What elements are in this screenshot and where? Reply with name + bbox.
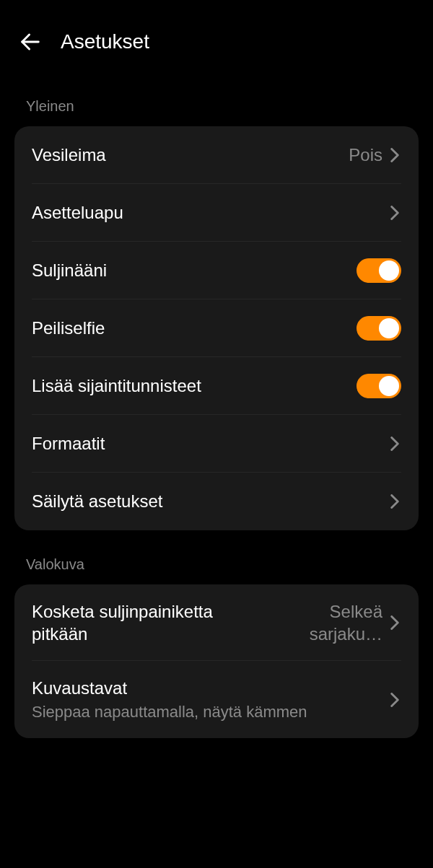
row-formats[interactable]: Formaatit — [14, 415, 419, 473]
section-label-general: Yleinen — [0, 72, 433, 126]
toggle-location-tags[interactable] — [357, 374, 401, 398]
row-shutter-sound: Suljinääni — [14, 242, 419, 299]
row-title-mirror-selfie: Peiliselfie — [32, 317, 357, 339]
section-label-photo: Valokuva — [0, 530, 433, 584]
row-title-retain-settings: Säilytä asetukset — [32, 490, 388, 512]
row-long-press-shutter[interactable]: Kosketa suljinpainiketta pitkään Selkeä … — [14, 584, 419, 661]
toggle-mirror-selfie[interactable] — [357, 316, 401, 341]
back-button[interactable] — [17, 29, 43, 55]
row-title-long-press-shutter: Kosketa suljinpainiketta pitkään — [32, 600, 253, 645]
row-retain-settings[interactable]: Säilytä asetukset — [14, 473, 419, 530]
row-value-long-press-shutter: Selkeä sarjaku… — [253, 600, 382, 645]
row-title-formats: Formaatit — [32, 432, 388, 455]
row-title-shutter-sound: Suljinääni — [32, 259, 357, 281]
row-capture-methods[interactable]: Kuvaustavat Sieppaa napauttamalla, näytä… — [14, 661, 419, 738]
row-subtitle-capture-methods: Sieppaa napauttamalla, näytä kämmen — [32, 701, 388, 723]
chevron-right-icon — [388, 613, 401, 633]
chevron-right-icon — [388, 491, 401, 512]
page-title: Asetukset — [61, 30, 149, 53]
row-watermark[interactable]: Vesileima Pois — [14, 126, 419, 184]
row-title-watermark: Vesileima — [32, 144, 349, 166]
toggle-shutter-sound[interactable] — [357, 258, 401, 283]
group-photo: Kosketa suljinpainiketta pitkään Selkeä … — [14, 584, 419, 738]
chevron-right-icon — [388, 434, 401, 454]
chevron-right-icon — [388, 690, 401, 710]
row-title-capture-methods: Kuvaustavat — [32, 677, 388, 699]
row-title-location-tags: Lisää sijaintitunnisteet — [32, 374, 357, 397]
chevron-right-icon — [388, 203, 401, 223]
row-location-tags: Lisää sijaintitunnisteet — [14, 357, 419, 415]
row-mirror-selfie: Peiliselfie — [14, 299, 419, 357]
chevron-right-icon — [388, 145, 401, 165]
row-value-watermark: Pois — [349, 145, 382, 165]
group-general: Vesileima Pois Asetteluapu Suljinääni Pe… — [14, 126, 419, 530]
row-composition-guide[interactable]: Asetteluapu — [14, 184, 419, 242]
back-arrow-icon — [18, 30, 43, 54]
row-title-composition-guide: Asetteluapu — [32, 201, 388, 224]
